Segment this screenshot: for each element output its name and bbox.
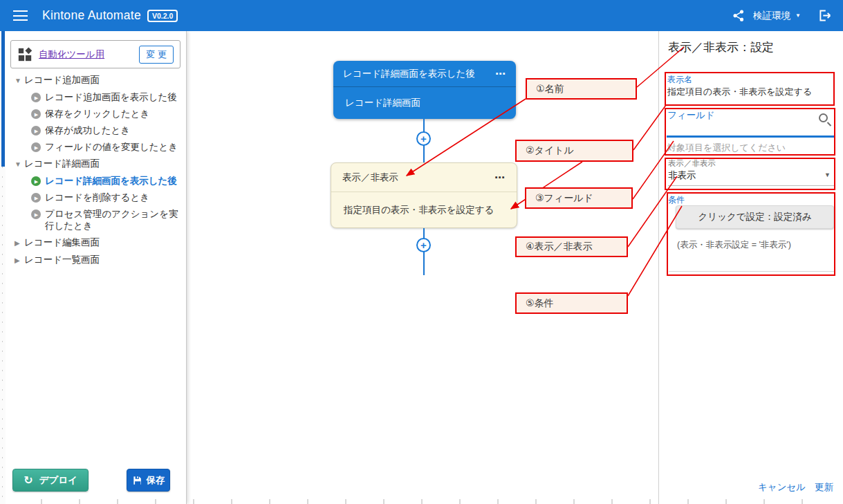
play-circle-icon: ▶ bbox=[31, 142, 41, 152]
action-node-header: 表示／非表示 ⋯ bbox=[331, 163, 517, 192]
trigger-node-body: レコード詳細画面 bbox=[333, 87, 516, 118]
environment-caret-icon[interactable]: ▼ bbox=[795, 12, 801, 19]
condition-label: 条件 bbox=[668, 194, 685, 206]
action-node-title: 表示／非表示 bbox=[342, 171, 398, 184]
app-name-link[interactable]: 自動化ツール用 bbox=[39, 48, 104, 61]
display-name-label: 表示名 bbox=[667, 74, 692, 86]
tree-group-record-detail-screen[interactable]: ▼レコード詳細画面 bbox=[6, 156, 186, 173]
tree-item-add-screen-shown[interactable]: ▶レコード追加画面を表示した後 bbox=[6, 89, 186, 106]
app-selector-box: 自動化ツール用 変 更 bbox=[10, 40, 180, 68]
deploy-button-label: デプロイ bbox=[39, 474, 77, 487]
display-name-value[interactable]: 指定項目の表示・非表示を設定する bbox=[667, 86, 812, 98]
action-node-more-icon[interactable]: ⋯ bbox=[494, 171, 506, 184]
tree-expanded-icon: ▼ bbox=[15, 77, 22, 84]
play-circle-icon: ▶ bbox=[31, 193, 41, 203]
sync-icon: ↻ bbox=[24, 474, 33, 487]
trigger-node-subtitle: レコード詳細画面 bbox=[345, 97, 420, 109]
version-badge: V0.2.0 bbox=[147, 10, 178, 22]
cancel-button[interactable]: キャンセル bbox=[758, 481, 806, 494]
tree-group-record-add-screen[interactable]: ▼レコード追加画面 bbox=[6, 72, 186, 89]
event-tree: ▼レコード追加画面 ▶レコード追加画面を表示した後 ▶保存をクリックしたとき ▶… bbox=[6, 72, 186, 269]
trigger-node-more-icon[interactable]: ⋯ bbox=[495, 68, 506, 80]
action-node-subtitle: 指定項目の表示・非表示を設定する bbox=[344, 204, 494, 216]
tree-collapsed-icon: ▶ bbox=[15, 239, 22, 247]
tree-item-label: レコード詳細画面を表示した後 bbox=[45, 176, 177, 186]
update-button[interactable]: 更新 bbox=[815, 481, 833, 494]
floppy-icon bbox=[132, 476, 142, 485]
annotation-label-condition: ⑤条件 bbox=[515, 292, 628, 314]
play-circle-icon: ▶ bbox=[31, 209, 41, 219]
tree-group-label: レコード追加画面 bbox=[24, 75, 100, 85]
save-button[interactable]: 保存 bbox=[127, 469, 170, 492]
tree-item-detail-screen-shown-selected[interactable]: ▶レコード詳細画面を表示した後 bbox=[6, 173, 186, 189]
field-placeholder-text: 対象項目を選択してください bbox=[667, 142, 786, 154]
trigger-node-title: レコード詳細画面を表示した後 bbox=[343, 68, 475, 80]
plus-icon: + bbox=[420, 133, 427, 144]
panel-title: 表示／非表示：設定 bbox=[668, 39, 774, 55]
change-app-button[interactable]: 変 更 bbox=[139, 46, 174, 64]
left-rail-line bbox=[2, 167, 3, 504]
visibility-select-value[interactable]: 非表示 bbox=[668, 169, 696, 182]
tree-group-label: レコード詳細画面 bbox=[24, 158, 100, 169]
tree-item-label: レコードを削除するとき bbox=[45, 192, 149, 203]
logout-icon[interactable] bbox=[817, 8, 832, 23]
tree-collapsed-icon: ▶ bbox=[15, 256, 22, 264]
tree-item-process-action[interactable]: ▶プロセス管理のアクションを実行したとき bbox=[6, 206, 186, 234]
tree-item-record-delete[interactable]: ▶レコードを削除するとき bbox=[6, 189, 186, 206]
trigger-node[interactable]: レコード詳細画面を表示した後 ⋯ レコード詳細画面 bbox=[333, 61, 516, 119]
tree-item-label: レコード追加画面を表示した後 bbox=[45, 92, 177, 102]
play-circle-icon-selected: ▶ bbox=[31, 176, 41, 186]
visibility-select-label: 表示／非表示 bbox=[668, 158, 716, 169]
tree-item-field-changed[interactable]: ▶フィールドの値を変更したとき bbox=[6, 139, 186, 156]
field-input[interactable] bbox=[667, 121, 826, 135]
share-icon[interactable] bbox=[732, 10, 745, 22]
tree-item-label: プロセス管理のアクションを実行したとき bbox=[45, 209, 178, 231]
tree-item-label: 保存が成功したとき bbox=[45, 125, 130, 136]
condition-underline bbox=[669, 271, 835, 272]
tree-item-label: 保存をクリックしたとき bbox=[45, 109, 149, 119]
save-button-label: 保存 bbox=[147, 474, 165, 487]
annotation-label-field: ③フィールド bbox=[525, 187, 633, 209]
app-header: Kintone Automate V0.2.0 検証環境 ▼ bbox=[0, 0, 843, 31]
annotation-label-title: ②タイトル bbox=[515, 140, 633, 162]
tree-group-label: レコード一覧画面 bbox=[24, 254, 100, 265]
visibility-caret-icon[interactable]: ▼ bbox=[824, 171, 831, 178]
environment-selector[interactable]: 検証環境 bbox=[753, 10, 790, 22]
app-window: Kintone Automate V0.2.0 検証環境 ▼ bbox=[0, 0, 843, 504]
header-right-group: 検証環境 ▼ bbox=[732, 8, 832, 23]
condition-summary: (表示・非表示設定 = '非表示') bbox=[677, 239, 791, 251]
play-circle-icon: ▶ bbox=[31, 109, 41, 119]
left-scrollbar-thumb[interactable] bbox=[1, 31, 5, 167]
settings-panel: 表示／非表示：設定 表示名 指定項目の表示・非表示を設定する フィールド 対象項… bbox=[658, 31, 843, 504]
play-circle-icon: ▶ bbox=[31, 126, 41, 136]
tree-item-save-clicked[interactable]: ▶保存をクリックしたとき bbox=[6, 106, 186, 122]
add-step-button[interactable]: + bbox=[416, 131, 431, 146]
tree-item-label: フィールドの値を変更したとき bbox=[45, 142, 178, 152]
flow-canvas[interactable]: レコード詳細画面を表示した後 ⋯ レコード詳細画面 + 表示／非表示 ⋯ 指定項… bbox=[187, 31, 658, 504]
annotation-label-name: ①名前 bbox=[526, 78, 637, 100]
app-icon bbox=[17, 47, 33, 62]
app-title: Kintone Automate bbox=[42, 8, 141, 23]
plus-icon: + bbox=[420, 240, 427, 250]
annotation-label-visibility: ④表示／非表示 bbox=[515, 236, 628, 257]
tree-expanded-icon: ▼ bbox=[15, 160, 22, 168]
tree-group-record-list-screen[interactable]: ▶レコード一覧画面 bbox=[6, 252, 186, 269]
action-node[interactable]: 表示／非表示 ⋯ 指定項目の表示・非表示を設定する bbox=[331, 162, 517, 228]
action-node-body: 指定項目の表示・非表示を設定する bbox=[331, 192, 517, 227]
play-circle-icon: ▶ bbox=[31, 93, 41, 102]
sidebar: 自動化ツール用 変 更 ▼レコード追加画面 ▶レコード追加画面を表示した後 ▶保… bbox=[6, 31, 187, 504]
add-step-button[interactable]: + bbox=[416, 238, 431, 252]
left-scroll-rail bbox=[0, 31, 6, 504]
field-input-focus-underline bbox=[667, 136, 835, 138]
tree-group-label: レコード編集画面 bbox=[24, 237, 100, 248]
condition-set-button[interactable]: クリックで設定：設定済み bbox=[676, 205, 834, 229]
visibility-underline bbox=[668, 185, 835, 186]
hamburger-menu-icon[interactable] bbox=[13, 10, 28, 21]
trigger-node-header: レコード詳細画面を表示した後 ⋯ bbox=[333, 61, 516, 87]
deploy-button[interactable]: ↻ デプロイ bbox=[12, 469, 89, 492]
tree-item-save-succeeded[interactable]: ▶保存が成功したとき bbox=[6, 122, 186, 139]
field-label: フィールド bbox=[667, 109, 715, 122]
tree-group-record-edit-screen[interactable]: ▶レコード編集画面 bbox=[6, 234, 186, 252]
